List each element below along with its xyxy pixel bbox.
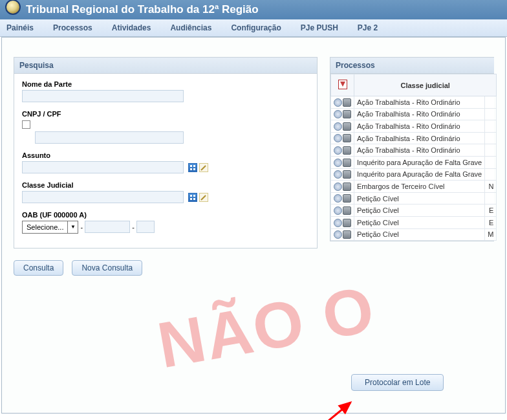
gear-icon[interactable] — [334, 134, 342, 142]
gear-icon[interactable] — [334, 230, 342, 239]
menu-atividades[interactable]: Atividades — [112, 23, 151, 32]
gear-icon[interactable] — [334, 98, 342, 107]
row-actions — [331, 181, 354, 193]
row-actions — [331, 192, 354, 204]
gear-icon[interactable] — [334, 122, 342, 131]
table-row[interactable]: Embargos de Terceiro CívelN — [331, 181, 497, 193]
nome-input[interactable] — [22, 90, 184, 102]
row-actions — [331, 228, 354, 241]
db-icon[interactable] — [343, 122, 351, 131]
table-row[interactable]: Ação Trabalhista - Rito Ordinário — [331, 132, 497, 144]
table-row[interactable]: Inquérito para Apuração de Falta Grave — [331, 156, 497, 168]
table-row[interactable]: Ação Trabalhista - Rito Ordinário — [331, 120, 497, 133]
table-row[interactable]: Petição Cível — [331, 192, 497, 204]
row-extra: N — [485, 181, 497, 193]
field-assunto: Assunto — [22, 151, 309, 173]
table-row[interactable]: Inquérito para Apuração de Falta Grave — [331, 168, 497, 181]
db-icon[interactable] — [343, 170, 351, 179]
field-nome: Nome da Parte — [22, 80, 309, 102]
db-icon[interactable] — [343, 219, 351, 227]
oab-uf-select[interactable]: Selecione... ▼ — [22, 221, 78, 234]
row-actions — [331, 156, 354, 168]
table-row[interactable]: Ação Trabalhista - Rito Ordinário — [331, 108, 497, 120]
table-row[interactable]: Ação Trabalhista - Rito Ordinário — [331, 96, 497, 109]
table-row[interactable]: Petição CívelM — [331, 228, 497, 241]
row-actions — [331, 144, 354, 157]
db-icon[interactable] — [343, 159, 351, 167]
gear-icon[interactable] — [334, 219, 342, 227]
gear-icon[interactable] — [334, 159, 342, 167]
search-panel: Pesquisa Nome da Parte CNPJ / CPF Assunt… — [14, 57, 318, 249]
row-classe: Ação Trabalhista - Rito Ordinário — [354, 108, 485, 120]
oab-number-input[interactable] — [85, 221, 130, 233]
row-classe: Inquérito para Apuração de Falta Grave — [354, 168, 485, 181]
row-extra — [485, 96, 497, 109]
row-classe: Petição Cível — [354, 216, 485, 228]
menu-audiencias[interactable]: Audiências — [170, 23, 211, 32]
row-classe: Inquérito para Apuração de Falta Grave — [354, 156, 485, 168]
row-classe: Ação Trabalhista - Rito Ordinário — [354, 132, 485, 144]
row-classe: Petição Cível — [354, 228, 485, 241]
row-extra — [485, 144, 497, 157]
row-classe: Ação Trabalhista - Rito Ordinário — [354, 96, 485, 109]
gear-icon[interactable] — [334, 182, 342, 191]
db-icon[interactable] — [343, 206, 351, 215]
menu-paineis[interactable]: Painéis — [6, 23, 34, 32]
row-classe: Ação Trabalhista - Rito Ordinário — [354, 144, 485, 157]
header-title: Tribunal Regional do Trabalho da 12ª Reg… — [26, 3, 259, 16]
assunto-input[interactable] — [22, 161, 184, 173]
row-extra: E — [485, 216, 497, 228]
db-icon[interactable] — [343, 134, 351, 142]
gear-icon[interactable] — [334, 170, 342, 179]
oab-letter-input[interactable] — [136, 221, 155, 233]
processos-table: Classe judicial Ação Trabalhista - Rito … — [330, 74, 497, 241]
header-bar: Tribunal Regional do Trabalho da 12ª Reg… — [0, 0, 507, 19]
db-icon[interactable] — [343, 194, 351, 203]
menu-pje-2[interactable]: PJe 2 — [358, 23, 378, 32]
row-actions — [331, 132, 354, 144]
watermark: NÃO O — [153, 272, 381, 383]
field-classe: Classe Judicial — [22, 181, 309, 203]
classe-label: Classe Judicial — [22, 181, 309, 189]
db-icon[interactable] — [343, 146, 351, 155]
cnpj-toggle-checkbox[interactable] — [22, 120, 30, 129]
classe-clear-icon[interactable] — [199, 193, 208, 202]
gear-icon[interactable] — [334, 110, 342, 118]
assunto-tree-icon[interactable] — [188, 163, 197, 172]
classe-tree-icon[interactable] — [188, 193, 197, 202]
nova-consulta-button[interactable]: Nova Consulta — [72, 260, 142, 276]
main-menu: Painéis Processos Atividades Audiências … — [0, 19, 507, 37]
assunto-clear-icon[interactable] — [199, 163, 208, 172]
row-classe: Petição Cível — [354, 192, 485, 204]
protocolar-lote-button[interactable]: Protocolar em Lote — [351, 374, 444, 391]
menu-pje-push[interactable]: PJe PUSH — [301, 23, 338, 32]
row-actions — [331, 96, 354, 109]
field-oab: OAB (UF 000000 A) Selecione... ▼ - - — [22, 211, 309, 234]
seal-logo — [5, 0, 21, 15]
db-icon[interactable] — [343, 110, 351, 118]
row-actions — [331, 108, 354, 120]
classe-input[interactable] — [22, 191, 184, 203]
table-row[interactable]: Petição CívelE — [331, 216, 497, 228]
gear-icon[interactable] — [334, 194, 342, 203]
gear-icon[interactable] — [334, 206, 342, 215]
consulta-button[interactable]: Consulta — [14, 260, 63, 276]
row-actions — [331, 216, 354, 228]
menu-configuracao[interactable]: Configuração — [231, 23, 281, 32]
row-classe: Petição Cível — [354, 204, 485, 217]
menu-processos[interactable]: Processos — [53, 23, 92, 32]
db-icon[interactable] — [343, 182, 351, 191]
db-icon[interactable] — [343, 98, 351, 107]
db-icon[interactable] — [343, 230, 351, 239]
table-row[interactable]: Ação Trabalhista - Rito Ordinário — [331, 144, 497, 157]
row-extra — [485, 120, 497, 133]
row-extra: E — [485, 204, 497, 217]
gear-icon[interactable] — [334, 146, 342, 155]
processos-panel: Processos Classe judicial Ação Trabalhis… — [330, 57, 494, 241]
table-row[interactable]: Petição CívelE — [331, 204, 497, 217]
row-extra: M — [485, 228, 497, 241]
field-cnpj: CNPJ / CPF — [22, 110, 309, 144]
assunto-label: Assunto — [22, 151, 309, 159]
cnpj-label: CNPJ / CPF — [22, 110, 309, 118]
cnpj-input[interactable] — [35, 131, 184, 144]
